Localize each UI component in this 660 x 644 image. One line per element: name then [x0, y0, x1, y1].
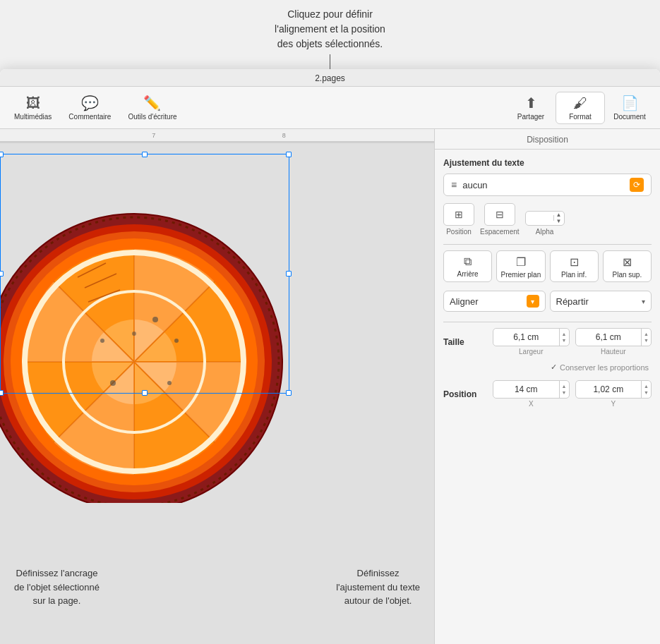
x-label: X	[529, 400, 534, 408]
y-down-arrow[interactable]: ▼	[644, 389, 649, 396]
lower-btn[interactable]: ⊡ Plan inf.	[550, 250, 599, 282]
svg-point-21	[132, 332, 136, 336]
y-stepper[interactable]: ▲ ▼	[642, 383, 651, 396]
toolbar: 🖼 Multimédias 💬 Commentaire ✏️ Outils d'…	[0, 87, 660, 129]
x-input-box[interactable]: 14 cm ▲ ▼	[493, 380, 570, 399]
upper-icon: ⊠	[623, 255, 632, 269]
size-inputs: 6,1 cm ▲ ▼ Largeur 6,1 cm	[493, 328, 652, 356]
ruler: 7 8	[0, 129, 434, 142]
divider2	[443, 322, 652, 322]
tooltip-text: Cliquez pour définir l'alignement et la …	[275, 7, 385, 51]
position-row: Position 14 cm ▲ ▼ X	[443, 380, 652, 408]
toolbar-format[interactable]: 🖌 Format	[556, 92, 605, 124]
alpha-label: Alpha	[536, 228, 554, 236]
alpha-down-arrow[interactable]: ▼	[556, 218, 562, 225]
alpha-stepper[interactable]: ▲ ▼	[525, 211, 565, 226]
width-up-arrow[interactable]: ▲	[562, 331, 567, 337]
toolbar-comment[interactable]: 💬 Commentaire	[60, 92, 119, 123]
y-input-group: 1,02 cm ▲ ▼ Y	[575, 380, 652, 408]
canvas-area[interactable]: 7 8	[0, 129, 434, 644]
x-up-arrow[interactable]: ▲	[562, 383, 567, 389]
width-input-box[interactable]: 6,1 cm ▲ ▼	[493, 328, 570, 346]
y-input-box[interactable]: 1,02 cm ▲ ▼	[575, 380, 652, 399]
height-up-arrow[interactable]: ▲	[644, 331, 649, 337]
distribute-arrow[interactable]: ▾	[642, 298, 645, 305]
format-label: Format	[569, 113, 592, 121]
back-icon: ⧉	[464, 255, 472, 268]
width-stepper[interactable]: ▲ ▼	[560, 331, 569, 344]
back-label: Arrière	[457, 270, 479, 278]
document-label: Document	[613, 113, 646, 121]
x-down-arrow[interactable]: ▼	[562, 389, 567, 396]
text-wrap-title: Ajustement du texte	[443, 158, 652, 168]
divider1	[443, 244, 652, 245]
panel-section-header: Disposition	[435, 129, 660, 150]
document-icon: 📄	[621, 95, 639, 111]
alpha-up-arrow[interactable]: ▲	[556, 212, 562, 219]
height-label: Hauteur	[601, 348, 626, 356]
upper-btn[interactable]: ⊠ Plan sup.	[603, 250, 652, 282]
position-inputs: 14 cm ▲ ▼ X 1,02 cm	[493, 380, 652, 408]
toolbar-share[interactable]: ⬆ Partager	[506, 92, 556, 123]
y-up-arrow[interactable]: ▲	[644, 383, 649, 389]
height-value: 6,1 cm	[576, 329, 642, 346]
align-select-arrow[interactable]: ▾	[527, 295, 539, 308]
position-icon: ⊞	[455, 209, 463, 220]
alpha-value	[526, 215, 554, 221]
alpha-stepper-arrows[interactable]: ▲ ▼	[554, 212, 564, 225]
tooltip-line2: l'alignement et la position	[275, 22, 385, 37]
tooltip-line3: des objets sélectionnés.	[275, 37, 385, 51]
distribute-select[interactable]: Répartir ▾	[550, 291, 652, 312]
wrap-chevron-btn[interactable]: ⟳	[630, 178, 644, 192]
spacing-control-group: ⊟ Espacement	[480, 203, 520, 236]
app-window: 2.pages 🖼 Multimédias 💬 Commentaire ✏️ O…	[0, 69, 660, 644]
upper-label: Plan sup.	[613, 271, 642, 279]
ruler-marks: 7 8	[0, 129, 434, 141]
wrap-dropdown[interactable]: ≡ aucun ⟳	[443, 174, 652, 196]
wrap-chevron-icon: ⟳	[633, 180, 640, 190]
position-btn[interactable]: ⊞	[443, 203, 474, 226]
wrap-label: aucun	[462, 180, 630, 190]
orange-svg	[0, 164, 289, 503]
width-down-arrow[interactable]: ▼	[562, 337, 567, 344]
align-select-label: Aligner	[450, 296, 478, 307]
height-down-arrow[interactable]: ▼	[644, 337, 649, 344]
handle-top-left[interactable]	[0, 152, 4, 157]
align-select[interactable]: Aligner ▾	[443, 291, 546, 312]
multimedia-label: Multimédias	[14, 113, 52, 121]
layer-row: ⧉ Arrière ❐ Premier plan ⊡ Plan inf. ⊠ P…	[443, 250, 652, 282]
y-label: Y	[611, 400, 616, 408]
orange-illustration	[0, 164, 289, 503]
size-label: Taille	[443, 337, 493, 347]
height-stepper[interactable]: ▲ ▼	[642, 331, 651, 344]
handle-top-right[interactable]	[286, 152, 292, 157]
tooltip-line1: Cliquez pour définir	[275, 7, 385, 22]
title-bar: 2.pages	[0, 69, 660, 87]
position-label: Position	[446, 228, 472, 236]
position-row-label: Position	[443, 389, 493, 399]
proportions-label: Conserver les proportions	[560, 363, 649, 372]
position-control-group: ⊞ Position	[443, 203, 474, 236]
spacing-btn[interactable]: ⊟	[484, 203, 515, 226]
toolbar-writing-tools[interactable]: ✏️ Outils d'écriture	[119, 92, 185, 123]
handle-top-center[interactable]	[142, 152, 148, 157]
x-stepper[interactable]: ▲ ▼	[560, 383, 569, 396]
content-area: 7 8	[0, 129, 660, 644]
ruler-mark-7: 7	[152, 132, 155, 139]
height-input-box[interactable]: 6,1 cm ▲ ▼	[575, 328, 652, 346]
front-btn[interactable]: ❐ Premier plan	[496, 250, 545, 282]
svg-point-17	[174, 339, 179, 343]
toolbar-document[interactable]: 📄 Document	[605, 92, 654, 123]
window-title: 2.pages	[8, 73, 652, 83]
format-icon: 🖌	[573, 95, 587, 111]
panel-content: Ajustement du texte ≡ aucun ⟳ ⊞ Posi	[435, 150, 660, 423]
share-icon: ⬆	[525, 95, 537, 111]
distribute-label: Répartir	[556, 296, 589, 307]
svg-point-16	[152, 317, 158, 322]
spacing-icon: ⊟	[496, 209, 504, 220]
width-input-group: 6,1 cm ▲ ▼ Largeur	[493, 328, 570, 356]
writing-tools-label: Outils d'écriture	[128, 113, 176, 121]
back-btn[interactable]: ⧉ Arrière	[443, 250, 492, 282]
toolbar-multimedia[interactable]: 🖼 Multimédias	[6, 92, 60, 123]
wrap-icon: ≡	[451, 179, 457, 190]
